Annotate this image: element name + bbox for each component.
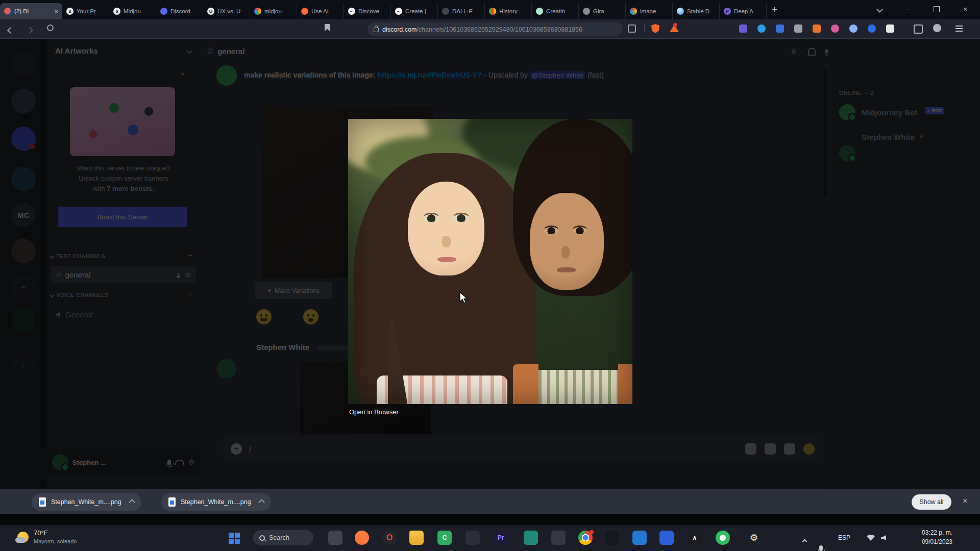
extension-icon[interactable] <box>739 24 747 33</box>
url-path: /channels/1061036852552929480/1061036853… <box>416 26 582 33</box>
tab-title: Discove <box>358 8 386 14</box>
window-close-button[interactable]: × <box>953 0 977 18</box>
taskbar-app-capcut[interactable]: C <box>437 531 452 545</box>
tab-favicon <box>630 8 637 15</box>
taskbar-app-teal[interactable] <box>524 531 538 545</box>
taskbar-search[interactable]: Search <box>253 530 313 545</box>
wifi-icon[interactable] <box>867 535 875 541</box>
taskbar-app-blue[interactable] <box>659 531 674 545</box>
close-downloads-bar-icon[interactable]: × <box>963 496 967 506</box>
show-all-downloads-button[interactable]: Show all <box>912 494 951 510</box>
browser-tab[interactable]: aYour Pr <box>62 3 109 19</box>
browser-tab[interactable]: History <box>485 3 532 19</box>
tab-favicon: U <box>207 8 214 15</box>
taskbar-app-screen-share[interactable] <box>328 531 342 545</box>
taskbar-app-opera[interactable]: O <box>382 531 397 545</box>
browser-tab[interactable]: DALL·E <box>438 3 485 19</box>
downloads-bar: Stephen_White_m....png Stephen_White_m..… <box>0 489 980 514</box>
chevron-up-icon[interactable] <box>258 499 265 506</box>
extension-icon[interactable] <box>886 24 894 33</box>
tab-favicon: ∞ <box>395 8 402 15</box>
tab-title: Discord <box>170 8 199 14</box>
taskbar-app-notion[interactable] <box>605 531 619 545</box>
browser-tab[interactable]: Use AI <box>297 3 344 19</box>
extension-icon[interactable] <box>868 24 876 33</box>
clock-time[interactable]: 03:22 p. m. <box>914 529 952 536</box>
browser-tab[interactable]: PDeep A <box>720 3 767 19</box>
browser-tab[interactable]: Gira <box>579 3 626 19</box>
taskbar-app-midjourney[interactable]: ∧ <box>688 531 702 545</box>
sidebar-toggle-icon[interactable] <box>914 24 923 34</box>
extension-icon[interactable] <box>849 24 857 33</box>
image-vignette <box>348 119 632 404</box>
window-maximize-button[interactable] <box>925 0 948 18</box>
tray-mic-icon[interactable] <box>819 545 823 551</box>
image-preview-modal[interactable] <box>348 119 632 404</box>
start-button[interactable] <box>229 533 240 544</box>
browser-tab[interactable]: Stable D <box>673 3 720 19</box>
browser-menu-icon[interactable] <box>955 28 963 29</box>
search-icon <box>259 535 265 541</box>
weather-icon[interactable] <box>17 532 29 543</box>
taskbar-app-outlook[interactable] <box>632 531 647 545</box>
browser-tab[interactable]: midjou <box>250 3 297 19</box>
download-item[interactable]: Stephen_White_m....png <box>161 493 271 511</box>
browser-tab-active[interactable]: (2) Di × <box>0 3 62 19</box>
tray-expand-chevron[interactable] <box>803 536 806 545</box>
chevron-up-icon[interactable] <box>129 499 135 506</box>
tab-close-icon[interactable]: × <box>54 8 58 15</box>
browser-tab[interactable]: aMidjou <box>109 3 156 19</box>
extension-icon[interactable] <box>776 24 784 33</box>
back-button[interactable] <box>8 26 13 35</box>
taskbar-app-settings[interactable]: ⚙ <box>747 531 761 545</box>
tab-favicon: a <box>66 8 74 15</box>
taskbar-app-brave[interactable] <box>355 531 369 545</box>
tab-favicon <box>301 8 308 15</box>
brave-rewards-icon[interactable] <box>670 24 679 32</box>
download-item[interactable]: Stephen_White_m....png <box>32 493 141 511</box>
reload-button[interactable] <box>47 24 54 31</box>
browser-tab[interactable]: UUX vs. U <box>203 3 250 19</box>
volume-icon[interactable] <box>881 535 886 540</box>
tab-favicon <box>442 8 449 15</box>
browser-tab[interactable]: Creatin <box>532 3 579 19</box>
new-tab-button[interactable]: + <box>772 4 777 15</box>
tab-favicon: P <box>724 8 731 15</box>
taskbar-app-premiere[interactable]: Pr <box>494 531 508 545</box>
download-filename: Stephen_White_m....png <box>181 498 251 506</box>
extension-icon[interactable] <box>831 24 839 33</box>
windows-taskbar: 70°F Mayorm, soleado Search O C Pr ∧ ⚙ E… <box>0 525 980 551</box>
extension-icon[interactable] <box>813 24 821 33</box>
share-icon[interactable] <box>628 24 636 33</box>
tab-favicon: a <box>113 8 120 15</box>
browser-tab[interactable]: ∞Create | <box>391 3 438 19</box>
profile-icon[interactable] <box>933 24 941 32</box>
tab-title: Creatin <box>546 8 574 14</box>
address-bar[interactable]: discord.com/channels/1061036852552929480… <box>368 22 623 36</box>
browser-tab[interactable]: image_ <box>626 3 673 19</box>
toolbar-divider <box>644 23 645 33</box>
weather-temp[interactable]: 70°F <box>34 529 48 537</box>
url-host: discord.com <box>382 26 416 33</box>
tab-search-chevron[interactable] <box>868 0 891 18</box>
browser-tab[interactable]: ∞Discove <box>344 3 391 19</box>
extension-icon[interactable] <box>794 24 802 33</box>
taskbar-app-whatsapp[interactable] <box>716 531 730 545</box>
forward-button[interactable] <box>28 26 32 35</box>
download-filename: Stephen_White_m....png <box>51 498 121 506</box>
window-minimize-button[interactable]: – <box>896 0 920 18</box>
keyboard-language[interactable]: ESP <box>838 534 850 541</box>
taskbar-app-dark[interactable] <box>551 531 566 545</box>
browser-tab[interactable]: Discord <box>156 3 203 19</box>
tab-title: Gira <box>593 8 621 14</box>
tab-title: (2) Di <box>14 8 51 14</box>
open-in-browser-link[interactable]: Open in Browser <box>349 408 399 416</box>
weather-desc[interactable]: Mayorm, soleado <box>34 538 77 544</box>
taskbar-app-folder[interactable] <box>409 531 424 545</box>
clock-date[interactable]: 09/01/2023 <box>914 538 952 545</box>
tab-title: image_ <box>640 8 668 14</box>
page-gap <box>0 514 980 525</box>
extension-icon[interactable] <box>757 24 766 33</box>
taskbar-app-cube[interactable] <box>465 531 480 545</box>
tab-title: History <box>499 8 527 14</box>
